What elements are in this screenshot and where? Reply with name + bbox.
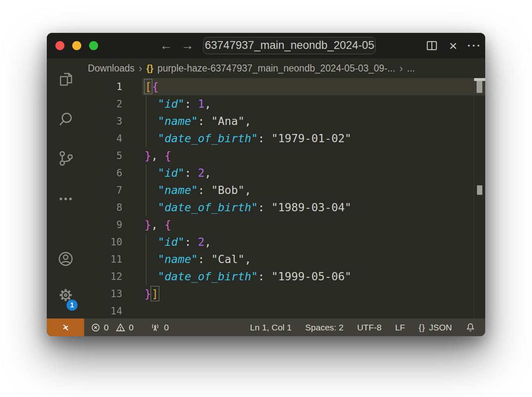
chevron-right-icon: › [399,63,403,73]
main-area: 1 Downloads › {} purple-haze-63747937_ma… [47,58,485,319]
code-content: "id": 2, [144,164,211,182]
search-icon[interactable] [57,111,74,127]
close-editor-icon[interactable]: × [443,39,464,52]
split-editor-icon[interactable] [421,40,443,51]
minimap[interactable] [474,78,485,319]
encoding-setting[interactable]: UTF-8 [357,323,382,332]
indent-guide [146,95,147,147]
breadcrumb-folder[interactable]: Downloads [88,63,135,74]
titlebar: ← → 63747937_main_neondb_2024-05-0 × ··· [47,33,485,58]
token-punct: : [185,235,198,248]
token-string: "1999-05-06" [271,270,351,283]
token-punct: : [258,201,271,214]
token-punct: , [245,253,251,265]
code-content: [{ [144,78,159,95]
ports-indicator[interactable]: 0 [150,323,169,332]
indentation-setting[interactable]: Spaces: 2 [305,323,344,332]
ports-count: 0 [164,323,169,332]
close-window-button[interactable] [55,41,64,50]
token-string: "1979-01-02" [271,132,351,145]
notifications-bell-icon[interactable] [466,322,475,332]
explorer-icon[interactable] [57,71,74,88]
token-string: "Bob" [211,184,245,196]
maximize-window-button[interactable] [89,41,98,50]
problems-indicator[interactable]: 0 0 [91,323,133,332]
scrollbar-marker[interactable] [477,185,482,195]
token-key: "id" [158,166,185,179]
code-content: "date_of_birth": "1979-01-02" [144,130,351,147]
token-string: "Cal" [211,253,245,265]
token-punct [144,184,158,196]
token-punct: : [198,184,211,196]
code-line[interactable]: 1[{ [86,78,485,95]
token-bracket: ] [151,286,158,301]
command-center-title[interactable]: 63747937_main_neondb_2024-05-0 [203,37,376,54]
additional-views-icon[interactable] [57,191,74,207]
settings-gear-icon[interactable]: 1 [57,287,74,303]
token-key: "name" [158,115,198,127]
line-number: 9 [86,216,122,233]
minimize-window-button[interactable] [72,41,81,50]
forward-arrow-icon[interactable]: → [179,38,196,53]
line-number: 13 [86,285,122,302]
breadcrumb: Downloads › {} purple-haze-63747937_main… [86,58,485,78]
eol-setting[interactable]: LF [395,323,405,332]
token-punct [144,201,158,214]
statusbar-right: Ln 1, Col 1 Spaces: 2 UTF-8 LF {} JSON [250,322,485,332]
breadcrumb-file[interactable]: purple-haze-63747937_main_neondb_2024-05… [158,63,395,74]
token-punct [144,132,158,145]
token-number: 1 [198,97,204,110]
line-number: 3 [86,113,122,130]
breadcrumb-symbol[interactable]: ... [407,63,415,74]
braces-icon: {} [419,323,425,332]
token-brace: } [144,149,151,162]
back-arrow-icon[interactable]: ← [158,38,174,53]
code-content: "name": "Ana", [144,113,251,130]
token-bracket: [ [144,79,152,94]
error-count: 0 [104,323,109,332]
token-punct [144,253,158,265]
token-punct: , [151,149,165,162]
cursor-position[interactable]: Ln 1, Col 1 [250,323,292,332]
language-mode[interactable]: {} JSON [419,323,452,332]
code-editor[interactable]: 1[{2 "id": 1,3 "name": "Ana",4 "date_of_… [86,78,485,319]
token-brace: } [144,218,151,231]
line-number: 5 [86,147,122,164]
indent-guide [146,233,147,285]
token-punct [144,270,158,283]
source-control-icon[interactable] [57,150,74,166]
titlebar-actions: × ··· [421,33,485,58]
code-content: "date_of_birth": "1999-05-06" [144,268,351,285]
code-content: }] [144,285,159,302]
token-punct [144,166,158,179]
token-punct [144,97,158,110]
code-line[interactable]: 13}] [86,285,485,302]
code-line[interactable]: 14 [86,302,485,319]
minimap-text-block [477,81,482,93]
status-bar: 0 0 0 Ln 1, Col 1 Spaces: 2 UTF-8 LF [47,319,485,336]
token-punct: : [258,132,271,145]
token-punct: : [185,97,198,110]
token-key: "date_of_birth" [158,132,258,145]
token-key: "name" [158,253,198,265]
settings-badge: 1 [66,300,78,311]
token-punct: , [245,184,251,196]
code-content: "date_of_birth": "1989-03-04" [144,199,351,216]
token-number: 2 [198,235,204,248]
token-punct: , [204,97,211,110]
account-icon[interactable] [57,251,74,267]
warning-icon [115,323,126,332]
token-punct: , [204,235,211,248]
line-number: 7 [86,182,122,199]
remote-indicator[interactable] [47,319,84,336]
token-key: "date_of_birth" [158,201,258,214]
code-line[interactable]: 5}, { [86,147,485,164]
token-punct [144,115,158,127]
token-key: "date_of_birth" [158,270,258,283]
token-string: "Ana" [211,115,245,127]
token-brace: } [144,287,151,300]
code-line[interactable]: 9}, { [86,216,485,233]
token-brace: { [165,218,171,231]
more-actions-icon[interactable]: ··· [464,39,485,52]
broadcast-icon [150,323,161,332]
